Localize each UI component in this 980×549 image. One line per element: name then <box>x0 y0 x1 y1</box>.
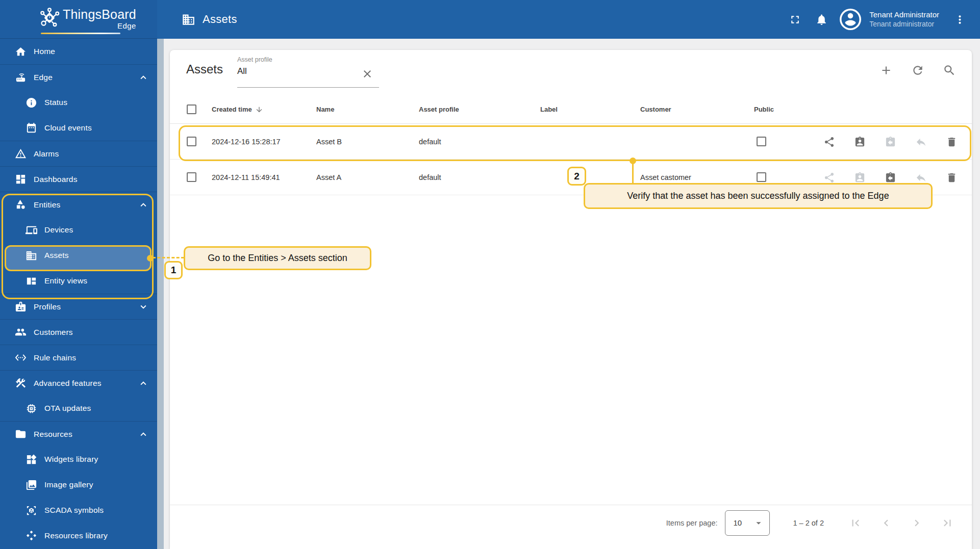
clear-filter-button[interactable] <box>360 66 375 82</box>
widgets-library-icon <box>26 454 37 465</box>
sidebar-item-devices[interactable]: Devices <box>0 217 157 243</box>
sidebar-scrollbar[interactable] <box>157 39 164 549</box>
sidebar-item-entity-views[interactable]: Entity views <box>0 268 157 294</box>
avatar[interactable] <box>840 9 861 30</box>
first-page-button[interactable] <box>845 513 866 533</box>
logo-subtitle: Edge <box>63 21 136 30</box>
add-asset-button[interactable] <box>875 59 897 82</box>
select-all-checkbox[interactable] <box>187 104 196 114</box>
sidebar-item-cloud-events[interactable]: Cloud events <box>0 115 157 141</box>
next-page-button[interactable] <box>907 513 927 533</box>
sidebar-item-edge[interactable]: Edge <box>0 64 157 90</box>
share-button[interactable] <box>819 167 839 188</box>
sidebar-item-alarms[interactable]: Alarms <box>0 141 157 166</box>
sidebar-item-assets[interactable]: Assets <box>0 243 157 268</box>
refresh-button[interactable] <box>907 59 929 82</box>
sidebar-item-advanced-features[interactable]: Advanced features <box>0 370 157 396</box>
sidebar-item-dashboards[interactable]: Dashboards <box>0 166 157 192</box>
sidebar-item-label: OTA updates <box>44 404 91 413</box>
sidebar-item-customers[interactable]: Customers <box>0 319 157 345</box>
resources-library-icon <box>26 530 37 542</box>
user-block[interactable]: Tenant Administrator Tenant administrato… <box>869 10 939 29</box>
column-header-public[interactable]: Public <box>754 95 774 124</box>
sidebar-item-rule-chains[interactable]: Rule chains <box>0 345 157 370</box>
delete-button[interactable] <box>941 132 962 152</box>
column-header-customer[interactable]: Customer <box>640 95 671 124</box>
unassign-from-customer-button[interactable] <box>880 132 900 152</box>
sidebar-item-label: Image gallery <box>44 480 93 489</box>
sidebar-item-image-gallery[interactable]: Image gallery <box>0 472 157 498</box>
customers-icon <box>15 326 27 338</box>
sidebar-item-status[interactable]: Status <box>0 90 157 115</box>
assign-to-customer-button[interactable] <box>849 167 870 188</box>
assign-to-customer-button[interactable] <box>849 132 870 152</box>
cell-asset-profile: default <box>419 124 441 160</box>
sidebar-item-profiles[interactable]: Profiles <box>0 294 157 319</box>
rule-chains-icon <box>15 352 27 363</box>
entity-views-icon <box>26 275 37 287</box>
fullscreen-button[interactable] <box>784 8 806 31</box>
status-icon <box>26 97 37 109</box>
scada-symbols-icon <box>26 505 37 516</box>
column-header-name[interactable]: Name <box>316 95 334 124</box>
public-checkbox[interactable] <box>757 172 766 182</box>
page-title-block: Assets <box>182 0 237 39</box>
column-header-asset-profile[interactable]: Asset profile <box>419 95 459 124</box>
user-role: Tenant administrator <box>869 20 939 29</box>
notifications-button[interactable] <box>810 8 833 31</box>
items-per-page-select[interactable]: 10 <box>725 510 770 536</box>
table-row[interactable]: 2024-12-11 15:49:41Asset AdefaultAsset c… <box>170 160 972 195</box>
cell-created-time: 2024-12-16 15:28:17 <box>212 124 281 160</box>
sidebar-item-label: Devices <box>44 225 73 234</box>
table-row[interactable]: 2024-12-16 15:28:17Asset Bdefault <box>170 124 972 160</box>
content-area: Assets Asset profile All Created timeNam… <box>164 39 980 549</box>
sidebar-item-scada-symbols[interactable]: SCADA symbols <box>0 498 157 523</box>
unassign-from-customer-button[interactable] <box>880 167 900 188</box>
items-per-page-label: Items per page: <box>666 519 718 527</box>
previous-page-button[interactable] <box>876 513 896 533</box>
sidebar-item-label: Resources <box>34 430 72 439</box>
filter-label: Asset profile <box>237 56 379 63</box>
sidebar-item-label: Status <box>44 98 67 107</box>
sidebar-item-label: Customers <box>34 328 73 337</box>
more-menu-button[interactable] <box>948 8 971 31</box>
sidebar-item-entities[interactable]: Entities <box>0 192 157 217</box>
public-checkbox[interactable] <box>757 137 766 146</box>
column-header-label: Customer <box>640 95 671 124</box>
sidebar-item-ota-updates[interactable]: OTA updates <box>0 396 157 421</box>
logo[interactable]: ThingsBoard Edge <box>0 0 157 39</box>
search-button[interactable] <box>938 59 961 82</box>
asset-profile-filter[interactable]: Asset profile All <box>237 56 379 88</box>
dashboards-icon <box>15 173 27 185</box>
sidebar-item-home[interactable]: Home <box>0 39 157 64</box>
table-footer: Items per page: 10 1 – 2 of 2 <box>170 505 972 540</box>
delete-button[interactable] <box>941 167 962 188</box>
unassign-from-edge-button[interactable] <box>911 132 931 152</box>
last-page-button[interactable] <box>937 513 958 533</box>
page-title: Assets <box>203 13 237 26</box>
sidebar-item-label: Dashboards <box>34 175 78 184</box>
table-body: 2024-12-16 15:28:17Asset Bdefault2024-12… <box>170 124 972 195</box>
image-gallery-icon <box>26 479 37 491</box>
chevron-up-icon[interactable] <box>138 378 149 389</box>
chevron-up-icon[interactable] <box>138 72 149 83</box>
row-checkbox[interactable] <box>187 172 196 182</box>
sidebar-item-resources-library[interactable]: Resources library <box>0 523 157 548</box>
table-toolbar: Assets Asset profile All <box>170 50 972 95</box>
sidebar-item-label: Entity views <box>44 276 87 285</box>
sidebar-item-widgets-library[interactable]: Widgets library <box>0 447 157 472</box>
row-checkbox[interactable] <box>187 137 196 146</box>
column-header-created-time[interactable]: Created time <box>212 95 263 124</box>
sidebar-item-label: Widgets library <box>44 455 98 464</box>
unassign-from-edge-button[interactable] <box>911 167 931 188</box>
chevron-down-icon[interactable] <box>138 301 149 312</box>
logo-underline <box>41 33 120 34</box>
share-button[interactable] <box>819 132 839 152</box>
chevron-up-icon[interactable] <box>138 199 149 211</box>
sidebar-item-label: Assets <box>44 251 69 260</box>
chevron-up-icon[interactable] <box>138 429 149 440</box>
column-header-label[interactable]: Label <box>540 95 558 124</box>
row-actions <box>814 132 967 152</box>
sidebar-item-label: Edge <box>34 73 53 82</box>
sidebar-item-resources[interactable]: Resources <box>0 421 157 447</box>
